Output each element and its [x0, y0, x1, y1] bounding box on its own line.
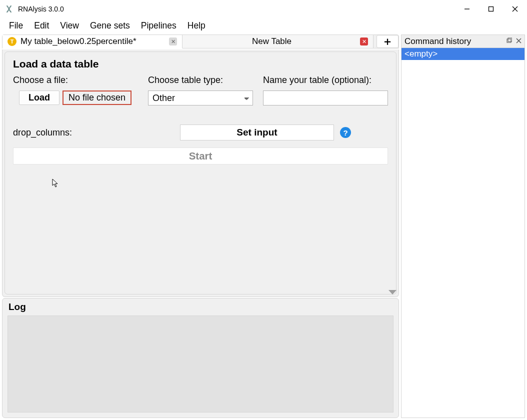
tab-active-close-icon[interactable]: ✕: [169, 38, 177, 46]
menu-gene-sets[interactable]: Gene sets: [85, 20, 135, 32]
menu-bar: File Edit View Gene sets Pipelines Help: [0, 18, 527, 33]
pane-undock-icon[interactable]: [506, 38, 512, 45]
app-icon: [4, 4, 14, 14]
choose-file-label: Choose a file:: [13, 75, 138, 86]
menu-help[interactable]: Help: [182, 20, 210, 32]
svg-rect-5: [508, 38, 512, 42]
table-type-select[interactable]: Other: [148, 90, 253, 106]
main-panel: Load a data table Choose a file: Load No…: [2, 50, 399, 297]
log-panel: Log: [2, 298, 399, 418]
command-history-pane: Command history <empty>: [401, 34, 525, 418]
tab-active[interactable]: T My table_below0.25percentile* ✕: [2, 35, 182, 48]
start-button[interactable]: Start: [13, 148, 388, 164]
load-table-group: Load a data table Choose a file: Load No…: [4, 52, 396, 294]
window-close-button[interactable]: [503, 0, 527, 18]
add-tab-button[interactable]: ＋: [376, 35, 398, 48]
drop-columns-label: drop_columns:: [13, 128, 174, 138]
title-bar: RNAlysis 3.0.0: [0, 0, 527, 18]
scroll-down-icon[interactable]: [388, 290, 396, 294]
tab-badge-icon: T: [8, 37, 16, 46]
table-name-input[interactable]: [263, 90, 388, 106]
help-icon[interactable]: ?: [340, 127, 351, 138]
window-maximize-button[interactable]: [479, 0, 503, 18]
pane-close-icon[interactable]: [516, 38, 522, 45]
name-table-label: Name your table (optional):: [263, 75, 388, 86]
svg-rect-1: [489, 7, 494, 12]
menu-view[interactable]: View: [55, 20, 84, 32]
menu-file[interactable]: File: [4, 20, 28, 32]
window-minimize-button[interactable]: [455, 0, 479, 18]
log-title: Log: [8, 302, 394, 312]
window-title: RNAlysis 3.0.0: [18, 5, 64, 13]
tab-bar: T My table_below0.25percentile* ✕ New Ta…: [2, 34, 399, 48]
group-title: Load a data table: [13, 58, 388, 70]
tab-new-table-close-icon[interactable]: ✕: [360, 38, 368, 46]
file-status: No file chosen: [62, 90, 132, 105]
cursor-icon: [52, 178, 59, 190]
tab-new-table-label: New Table: [188, 36, 356, 46]
set-input-button[interactable]: Set input: [180, 124, 334, 140]
choose-type-label: Choose table type:: [148, 75, 253, 86]
tab-active-label: My table_below0.25percentile*: [20, 36, 165, 46]
menu-pipelines[interactable]: Pipelines: [136, 20, 182, 32]
command-history-title: Command history: [404, 36, 471, 46]
svg-rect-4: [507, 39, 511, 42]
log-body[interactable]: [8, 316, 394, 412]
history-item-empty[interactable]: <empty>: [402, 48, 524, 60]
load-button[interactable]: Load: [19, 90, 60, 105]
tab-new-table[interactable]: New Table ✕: [182, 35, 374, 48]
menu-edit[interactable]: Edit: [29, 20, 54, 32]
